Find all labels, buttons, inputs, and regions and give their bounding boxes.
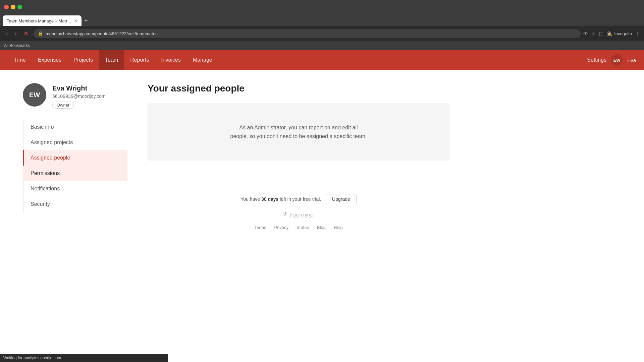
harvest-logo-text: harvest (290, 212, 315, 219)
footer-terms[interactable]: Terms (254, 225, 266, 230)
user-avatar-nav[interactable]: EW (611, 54, 623, 66)
trial-days: 30 days (261, 196, 278, 202)
bookmarks-bar: All Bookmarks (0, 41, 644, 50)
bookmarks-label: All Bookmarks (4, 43, 30, 48)
nav-invoices[interactable]: Invoices (155, 50, 187, 70)
trial-notice: You have 30 days left in your free trial… (154, 194, 443, 204)
footer-privacy[interactable]: Privacy (274, 225, 289, 230)
incognito-label: Incognito (614, 31, 632, 36)
sidebar-item-security[interactable]: Security (23, 196, 127, 212)
forward-button[interactable]: › (13, 29, 19, 39)
main-content: Your assigned people As an Administrator… (127, 83, 449, 237)
user-profile: EW Eva Wright 56109936@moodjoy.com Owner (20, 83, 127, 109)
top-nav: Time Expenses Projects Team Reports Invo… (0, 50, 644, 70)
info-box: As an Administrator, you can report on a… (148, 103, 449, 161)
toolbar-right: 👁 ☆ ⬚ 🕵 Incognito ⋮ (583, 31, 640, 36)
user-full-name: Eva Wright (52, 84, 106, 92)
footer-help[interactable]: Help (334, 225, 343, 230)
bookmark-icon[interactable]: ☆ (591, 31, 596, 36)
menu-icon[interactable]: ⋮ (635, 31, 640, 36)
eye-off-icon: 👁 (583, 31, 588, 36)
nav-time[interactable]: Time (8, 50, 32, 70)
lock-icon: 🔒 (38, 31, 43, 36)
user-email: 56109936@moodjoy.com (52, 94, 106, 99)
sidebar-item-assigned-projects[interactable]: Assigned projects (23, 135, 127, 150)
browser-toolbar: ‹ › ✕ 🔒 moodjoy.harvestapp.com/people/48… (0, 26, 644, 41)
sidebar-nav: Basic info Assigned projects Assigned pe… (23, 119, 127, 212)
browser-chrome: Team Members Manage – Moo… ✕ + ‹ › ✕ 🔒 m… (0, 0, 644, 50)
user-avatar-large: EW (23, 83, 46, 107)
status-bar: Waiting for analytics.google.com... (0, 354, 168, 362)
close-window-button[interactable] (4, 5, 9, 9)
tab-title: Team Members Manage – Moo… (7, 18, 71, 23)
app: Time Expenses Projects Team Reports Invo… (0, 50, 644, 345)
tab-close-button[interactable]: ✕ (74, 18, 77, 23)
nav-projects[interactable]: Projects (67, 50, 99, 70)
upgrade-button[interactable]: Upgrade (326, 194, 357, 204)
browser-title-bar (0, 0, 644, 14)
footer: You have 30 days left in your free trial… (148, 187, 449, 237)
sidebar-item-notifications[interactable]: Notifications (23, 181, 127, 196)
incognito-badge: 🕵 Incognito (607, 31, 632, 36)
sidebar-item-basic-info[interactable]: Basic info (23, 119, 127, 135)
address-bar[interactable]: 🔒 moodjoy.harvestapp.com/people/4851222/… (33, 29, 581, 38)
settings-link[interactable]: Settings (587, 57, 606, 63)
footer-status[interactable]: Status (297, 225, 309, 230)
active-tab[interactable]: Team Members Manage – Moo… ✕ (3, 15, 82, 26)
footer-blog[interactable]: Blog (317, 225, 326, 230)
nav-team[interactable]: Team (99, 50, 124, 70)
harvest-logo: 𝄢 harvest (154, 211, 443, 220)
content-area: EW Eva Wright 56109936@moodjoy.com Owner… (0, 70, 470, 250)
nav-expenses[interactable]: Expenses (32, 50, 67, 70)
incognito-icon: 🕵 (607, 31, 612, 36)
footer-links: Terms Privacy Status Blog Help (154, 225, 443, 230)
back-button[interactable]: ‹ (4, 29, 10, 39)
maximize-window-button[interactable] (17, 5, 22, 9)
user-info: Eva Wright 56109936@moodjoy.com Owner (52, 83, 106, 109)
url-text: moodjoy.harvestapp.com/people/4851222/ed… (46, 31, 158, 36)
sidebar-item-permissions[interactable]: Permissions (23, 166, 127, 181)
nav-links: Time Expenses Projects Team Reports Invo… (8, 50, 587, 70)
harvest-logo-icon: 𝄢 (283, 211, 287, 220)
nav-right: Settings EW Eva (587, 54, 636, 66)
new-tab-button[interactable]: + (82, 15, 91, 26)
minimize-window-button[interactable] (11, 5, 15, 9)
info-message: As an Administrator, you can report on a… (161, 123, 436, 140)
nav-manage[interactable]: Manage (187, 50, 218, 70)
user-name-nav[interactable]: Eva (627, 57, 636, 63)
sidebar-icon[interactable]: ⬚ (599, 31, 603, 36)
status-text: Waiting for analytics.google.com... (3, 356, 64, 360)
sidebar-item-assigned-people[interactable]: Assigned people (23, 150, 127, 166)
user-role-badge: Owner (52, 102, 74, 109)
sidebar: EW Eva Wright 56109936@moodjoy.com Owner… (20, 83, 127, 237)
reload-button[interactable]: ✕ (21, 28, 31, 39)
tab-bar: Team Members Manage – Moo… ✕ + (0, 14, 644, 26)
nav-reports[interactable]: Reports (124, 50, 155, 70)
page-title: Your assigned people (148, 83, 449, 94)
window-controls (4, 5, 22, 9)
